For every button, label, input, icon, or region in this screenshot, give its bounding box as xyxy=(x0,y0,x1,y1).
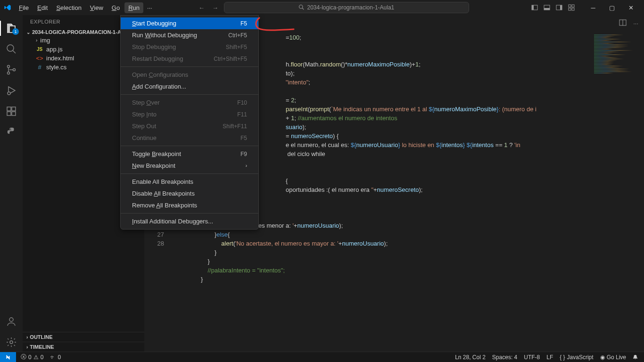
chevron-down-icon: ⌄ xyxy=(26,30,30,35)
sidebar-title: EXPLORER xyxy=(30,19,60,25)
layout-controls xyxy=(531,4,575,11)
status-encoding[interactable]: UTF-8 xyxy=(524,354,540,361)
explorer-badge: 1 xyxy=(12,28,19,35)
svg-rect-8 xyxy=(569,5,571,7)
maximize-button[interactable]: ▢ xyxy=(603,0,621,15)
window-controls: ─ ▢ ✕ xyxy=(584,0,640,15)
svg-rect-20 xyxy=(12,112,16,115)
outline-section[interactable]: › OUTLINE xyxy=(23,332,144,342)
menu-item-remove-all-breakpoints[interactable]: Remove All Breakpoints xyxy=(121,199,258,211)
svg-rect-10 xyxy=(569,8,571,10)
toggle-panel-bottom-icon[interactable] xyxy=(543,4,551,11)
activity-search[interactable] xyxy=(0,40,23,58)
braces-icon: { } xyxy=(560,354,565,361)
menu-item-step-over: Step OverF10 xyxy=(121,97,258,108)
remote-button[interactable] xyxy=(0,352,16,362)
svg-point-23 xyxy=(10,341,13,344)
menu-item-new-breakpoint[interactable]: New Breakpoint› xyxy=(121,160,258,172)
menu-item-start-debugging[interactable]: Start DebuggingF5 xyxy=(121,17,258,29)
nav-forward-icon[interactable]: → xyxy=(212,4,218,11)
more-actions-icon[interactable]: ··· xyxy=(633,20,638,27)
activity-source-control[interactable] xyxy=(0,60,23,79)
menu-edit[interactable]: Edit xyxy=(33,2,51,13)
timeline-section[interactable]: › TIMELINE xyxy=(23,342,144,352)
menu-item-step-into: Step IntoF11 xyxy=(121,108,258,120)
bell-icon: 🔔︎ xyxy=(633,354,638,361)
menu-bar: FileEditSelectionViewGoRun xyxy=(15,2,143,13)
menu-item-open-configurations: Open Configurations xyxy=(121,69,258,81)
menu-run[interactable]: Run xyxy=(124,2,143,13)
svg-point-22 xyxy=(9,318,13,321)
svg-rect-5 xyxy=(544,8,550,10)
menu-item-step-out: Step OutShift+F11 xyxy=(121,120,258,132)
svg-rect-18 xyxy=(7,107,11,111)
html-file-icon: <> xyxy=(36,55,43,62)
menu-go[interactable]: Go xyxy=(108,2,124,13)
status-go-live[interactable]: ◉Go Live xyxy=(600,354,626,361)
menu-item-continue: ContinueF5 xyxy=(121,132,258,144)
vscode-logo-icon xyxy=(4,4,11,11)
activity-settings[interactable] xyxy=(0,333,23,352)
activity-python[interactable] xyxy=(0,123,23,141)
menu-view[interactable]: View xyxy=(86,2,107,13)
menu-item-add-configuration-[interactable]: Add Configuration... xyxy=(121,81,258,92)
menu-item-run-without-debugging[interactable]: Run Without DebuggingCtrl+F5 xyxy=(121,29,258,41)
js-file-icon: JS xyxy=(36,47,43,52)
css-file-icon: # xyxy=(36,64,43,71)
search-text: 2034-logica-programacion-1-Aula1 xyxy=(307,4,394,11)
minimap[interactable] xyxy=(592,32,644,352)
toggle-panel-right-icon[interactable] xyxy=(555,4,563,11)
svg-point-15 xyxy=(8,72,10,74)
menu-item-enable-all-breakpoints[interactable]: Enable All Breakpoints xyxy=(121,176,258,188)
svg-point-0 xyxy=(299,5,303,8)
svg-rect-7 xyxy=(560,5,562,10)
status-language[interactable]: { }JavaScript xyxy=(560,354,593,361)
status-problems[interactable]: ⓧ0 ⚠0 xyxy=(21,353,43,361)
status-indent[interactable]: Spaces: 4 xyxy=(492,354,517,361)
chevron-right-icon: › xyxy=(246,163,247,168)
activity-bar: 1 xyxy=(0,15,23,352)
antenna-icon: ᯤ xyxy=(50,354,56,361)
command-center-search[interactable]: 2034-logica-programacion-1-Aula1 xyxy=(224,2,469,13)
status-cursor[interactable]: Ln 28, Col 2 xyxy=(455,354,486,361)
status-bar: ⓧ0 ⚠0 ᯤ0 Ln 28, Col 2 Spaces: 4 UTF-8 LF… xyxy=(0,352,644,362)
menu-item-restart-debugging: Restart DebuggingCtrl+Shift+F5 xyxy=(121,53,258,65)
menu-overflow-icon[interactable]: ··· xyxy=(143,2,156,13)
menu-item-toggle-breakpoint[interactable]: Toggle BreakpointF9 xyxy=(121,148,258,160)
svg-line-1 xyxy=(303,8,304,9)
customize-layout-icon[interactable] xyxy=(568,4,575,11)
svg-point-17 xyxy=(8,92,10,95)
status-eol[interactable]: LF xyxy=(546,354,553,361)
status-ports[interactable]: ᯤ0 xyxy=(50,354,61,361)
svg-line-13 xyxy=(13,50,16,53)
toggle-panel-left-icon[interactable] xyxy=(531,4,538,11)
svg-rect-11 xyxy=(572,8,574,10)
chevron-right-icon: › xyxy=(36,38,37,43)
menu-file[interactable]: File xyxy=(15,2,33,13)
title-bar: FileEditSelectionViewGoRun ··· ← → 2034-… xyxy=(0,0,644,15)
menu-item-install-additional-debuggers-[interactable]: Install Additional Debuggers... xyxy=(121,215,258,227)
menu-selection[interactable]: Selection xyxy=(52,2,85,13)
status-notifications[interactable]: 🔔︎ xyxy=(633,354,638,361)
nav-back-icon[interactable]: ← xyxy=(198,4,205,11)
svg-rect-19 xyxy=(7,112,11,115)
activity-accounts[interactable] xyxy=(0,312,23,331)
split-editor-icon[interactable] xyxy=(619,19,627,28)
activity-explorer[interactable]: 1 xyxy=(0,19,23,38)
menu-item-stop-debugging: Stop DebuggingShift+F5 xyxy=(121,41,258,53)
svg-rect-9 xyxy=(572,5,574,7)
run-menu: Start DebuggingF5Run Without DebuggingCt… xyxy=(120,15,259,230)
minimize-button[interactable]: ─ xyxy=(584,0,603,15)
close-window-button[interactable]: ✕ xyxy=(621,0,640,15)
chevron-right-icon: › xyxy=(26,345,28,350)
chevron-right-icon: › xyxy=(26,335,28,340)
activity-extensions[interactable] xyxy=(0,102,23,121)
folder-root-label: 2034-LOGICA-PROGRAMACION-1-A... xyxy=(32,29,125,35)
search-icon xyxy=(298,4,304,11)
svg-rect-3 xyxy=(532,5,534,10)
menu-item-disable-all-breakpoints[interactable]: Disable All Breakpoints xyxy=(121,188,258,199)
activity-run-debug[interactable] xyxy=(0,81,23,100)
warning-icon: ⚠ xyxy=(33,354,39,361)
svg-point-12 xyxy=(7,45,14,51)
svg-rect-21 xyxy=(12,107,16,111)
